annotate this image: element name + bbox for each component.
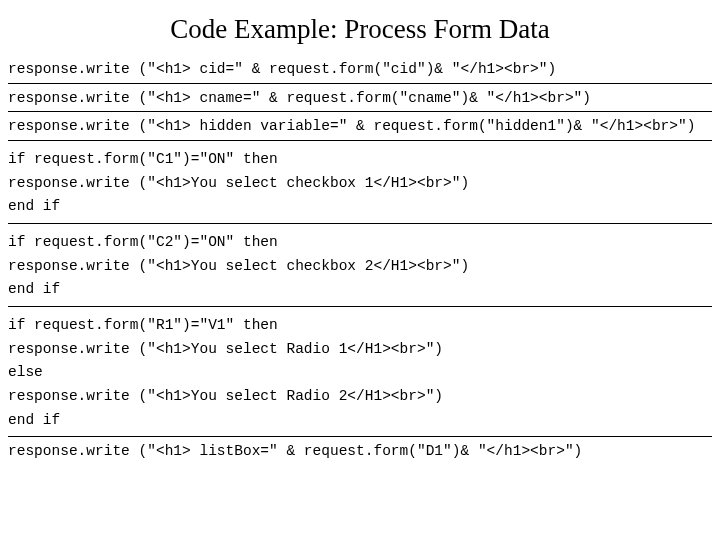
code-text: response.write ("<h1>You select checkbox… [8,171,712,195]
code-text: if request.form("R1")="V1" then [8,313,712,337]
code-text: if request.form("C1")="ON" then [8,147,712,171]
code-line: if request.form("C1")="ON" then response… [8,141,712,224]
code-text: response.write ("<h1>You select Radio 2<… [8,384,712,408]
code-line: response.write ("<h1> hidden variable=" … [8,112,712,141]
code-text: if request.form("C2")="ON" then [8,230,712,254]
code-text: end if [8,194,712,218]
slide-title: Code Example: Process Form Data [8,14,712,55]
code-text: response.write ("<h1>You select Radio 1<… [8,337,712,361]
code-line: if request.form("C2")="ON" then response… [8,224,712,307]
code-text: response.write ("<h1>You select checkbox… [8,254,712,278]
code-text: else [8,360,712,384]
code-text: end if [8,408,712,432]
code-line: if request.form("R1")="V1" then response… [8,307,712,437]
code-line: response.write ("<h1> listBox=" & reques… [8,437,712,465]
code-line: response.write ("<h1> cname=" & request.… [8,84,712,113]
code-listing: response.write ("<h1> cid=" & request.fo… [8,55,712,465]
code-line: response.write ("<h1> cid=" & request.fo… [8,55,712,84]
code-text: end if [8,277,712,301]
